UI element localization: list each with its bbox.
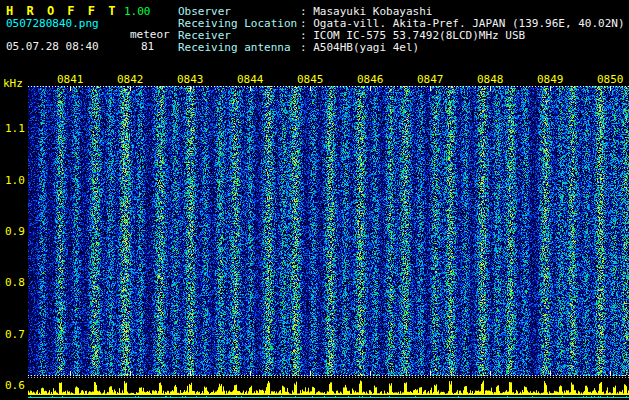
y-axis-unit: kHz — [3, 78, 23, 90]
x-tick-label: 0847 — [417, 74, 444, 86]
version-label: 1.00 — [124, 6, 151, 18]
x-tick-label: 0843 — [177, 74, 204, 86]
app-title: H R O F F T — [6, 5, 118, 17]
x-tick-label: 0846 — [357, 74, 384, 86]
y-tick-label: 0.9 — [5, 226, 25, 238]
field-label-antenna: Receiving antenna — [178, 42, 291, 54]
x-tick-label: 0848 — [477, 74, 504, 86]
count-label: 81 — [141, 41, 154, 53]
x-tick-label: 0842 — [117, 74, 144, 86]
field-value-antenna: : A504HB(yagi 4el) — [300, 42, 419, 54]
y-tick-label: 1.1 — [5, 123, 25, 135]
y-tick-label: 0.7 — [5, 329, 25, 341]
x-tick-label: 0845 — [297, 74, 324, 86]
y-tick-label: 1.0 — [5, 175, 25, 187]
y-tick-label: 0.6 — [5, 380, 25, 392]
spectrogram-canvas — [28, 86, 629, 376]
y-tick-label: 0.8 — [5, 277, 25, 289]
x-tick-label: 0841 — [57, 74, 84, 86]
datetime-label: 05.07.28 08:40 — [6, 41, 99, 53]
x-tick-label: 0849 — [537, 74, 564, 86]
filename-label: 0507280840.png — [6, 18, 99, 30]
x-tick-label: 0844 — [237, 74, 264, 86]
level-strip-canvas — [28, 376, 629, 400]
x-tick-label: 0850 — [597, 74, 624, 86]
hrofft-window: H R O F F T 1.00 0507280840.png meteor 0… — [0, 0, 629, 400]
